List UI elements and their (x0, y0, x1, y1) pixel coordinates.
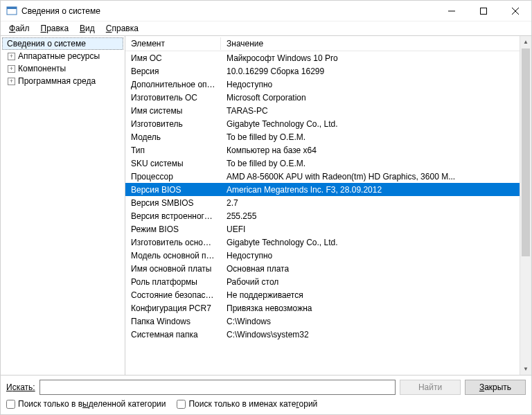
cell-key: Версия встроенного к... (125, 211, 221, 222)
table-row[interactable]: Модель основной пла...Недоступно (125, 249, 531, 262)
cell-value: Майкрософт Windows 10 Pro (221, 53, 531, 64)
titlebar: Сведения о системе (1, 1, 531, 21)
cell-value: Недоступно (221, 79, 531, 90)
cell-value: Рабочий стол (221, 276, 531, 288)
window-controls (436, 1, 531, 21)
cell-value: C:\Windows\system32 (221, 329, 531, 340)
cell-value: UEFI (221, 224, 531, 235)
cell-key: Версия SMBIOS (125, 197, 221, 209)
cell-value: Недоступно (221, 250, 531, 261)
close-search-button[interactable]: Закрыть (465, 380, 526, 395)
plus-icon[interactable]: + (8, 53, 15, 60)
table-header: Элемент Значение (125, 36, 531, 51)
plus-icon[interactable]: + (8, 78, 15, 85)
table-row[interactable]: Дополнительное опис...Недоступно (125, 78, 531, 91)
table-row[interactable]: SKU системыTo be filled by O.E.M. (125, 157, 531, 170)
close-button[interactable] (499, 1, 531, 21)
table-row[interactable]: ИзготовительGigabyte Technology Co., Ltd… (125, 117, 531, 130)
cell-value: Gigabyte Technology Co., Ltd. (221, 118, 531, 130)
table-row[interactable]: Роль платформыРабочий стол (125, 275, 531, 288)
table-row[interactable]: Версия встроенного к...255.255 (125, 209, 531, 222)
svg-rect-3 (481, 8, 487, 14)
checkbox-selected-category[interactable]: Поиск только в выделенной категории (6, 399, 166, 409)
search-input[interactable] (39, 380, 396, 395)
table-row[interactable]: МодельTo be filled by O.E.M. (125, 130, 531, 143)
cell-key: Модель основной пла... (125, 250, 221, 261)
cell-value: 2.7 (221, 197, 531, 209)
cell-key: SKU системы (125, 158, 221, 169)
cell-key: Имя системы (125, 105, 221, 116)
cell-value: To be filled by O.E.M. (221, 158, 531, 169)
scroll-up-icon[interactable]: ▲ (520, 36, 531, 48)
cell-key: Имя ОС (125, 53, 221, 64)
cell-value: Не поддерживается (221, 290, 531, 301)
table-row[interactable]: Имя ОСМайкрософт Windows 10 Pro (125, 51, 531, 64)
column-element[interactable]: Элемент (125, 37, 221, 50)
checkbox-row: Поиск только в выделенной категории Поис… (6, 399, 526, 409)
cell-key: Роль платформы (125, 276, 221, 288)
search-row: Искать: Найти Закрыть (6, 380, 526, 395)
table-row[interactable]: Конфигурация PCR7Привязка невозможна (125, 301, 531, 315)
checkbox-category-names[interactable]: Поиск только в именах категорий (177, 399, 317, 409)
minimize-button[interactable] (436, 1, 468, 21)
cell-value: TARAS-PC (221, 105, 531, 116)
vertical-scrollbar[interactable]: ▲ ▼ (520, 36, 531, 375)
tree-root[interactable]: Сведения о системе (2, 37, 123, 50)
search-label: Искать: (6, 382, 35, 392)
table-row[interactable]: ПроцессорAMD A8-5600K APU with Radeon(tm… (125, 170, 531, 183)
svg-rect-1 (7, 7, 17, 9)
table-row[interactable]: Версия SMBIOS2.7 (125, 196, 531, 209)
scroll-down-icon[interactable]: ▼ (520, 363, 531, 375)
cell-key: Изготовитель ОС (125, 92, 221, 103)
table-row[interactable]: ТипКомпьютер на базе x64 (125, 143, 531, 157)
cell-value: Основная плата (221, 263, 531, 274)
cell-key: Модель (125, 132, 221, 143)
table-row[interactable]: Системная папкаC:\Windows\system32 (125, 328, 531, 341)
main-content: Сведения о системе +Аппаратные ресурсы +… (1, 35, 531, 375)
table-row[interactable]: Режим BIOSUEFI (125, 222, 531, 236)
window-title: Сведения о системе (21, 6, 436, 16)
maximize-button[interactable] (468, 1, 499, 21)
menu-edit[interactable]: Правка (35, 22, 75, 35)
detail-table: Элемент Значение Имя ОСМайкрософт Window… (125, 36, 531, 375)
cell-key: Системная папка (125, 329, 221, 340)
scroll-thumb[interactable] (522, 48, 530, 256)
table-row[interactable]: Изготовитель ОСMicrosoft Corporation (125, 91, 531, 104)
menu-view[interactable]: Вид (74, 22, 100, 35)
table-row[interactable]: Версия BIOSAmerican Megatrends Inc. F3, … (125, 183, 531, 196)
tree-item-components[interactable]: +Компоненты (1, 62, 125, 75)
cell-key: Режим BIOS (125, 224, 221, 235)
column-value[interactable]: Значение (221, 37, 531, 50)
cell-key: Версия BIOS (125, 184, 221, 195)
cell-key: Версия (125, 66, 221, 77)
cell-value: C:\Windows (221, 316, 531, 327)
cell-value: 255.255 (221, 211, 531, 222)
plus-icon[interactable]: + (8, 65, 15, 73)
checkbox-category-names-input[interactable] (177, 400, 186, 409)
cell-key: Изготовитель основно... (125, 237, 221, 248)
table-row[interactable]: Папка WindowsC:\Windows (125, 315, 531, 328)
cell-key: Процессор (125, 171, 221, 182)
cell-value: Привязка невозможна (221, 303, 531, 314)
table-row[interactable]: Версия10.0.16299 Сборка 16299 (125, 64, 531, 78)
table-row[interactable]: Изготовитель основно...Gigabyte Technolo… (125, 236, 531, 249)
cell-key: Дополнительное опис... (125, 79, 221, 90)
table-row[interactable]: Состояние безопасно...Не поддерживается (125, 288, 531, 301)
menu-help[interactable]: Справка (100, 22, 144, 35)
detail-panel: Элемент Значение Имя ОСМайкрософт Window… (125, 36, 531, 375)
tree-item-software[interactable]: +Программная среда (1, 75, 125, 87)
checkbox-selected-category-input[interactable] (6, 400, 15, 409)
tree-item-hardware[interactable]: +Аппаратные ресурсы (1, 50, 125, 62)
cell-key: Состояние безопасно... (125, 290, 221, 301)
menu-file[interactable]: Файл (3, 22, 35, 35)
find-button[interactable]: Найти (400, 380, 461, 395)
table-row[interactable]: Имя системыTARAS-PC (125, 104, 531, 117)
cell-key: Папка Windows (125, 316, 221, 327)
cell-key: Имя основной платы (125, 263, 221, 274)
menubar: Файл Правка Вид Справка (1, 21, 531, 35)
cell-value: Компьютер на базе x64 (221, 145, 531, 156)
table-row[interactable]: Имя основной платыОсновная плата (125, 262, 531, 275)
tree-panel: Сведения о системе +Аппаратные ресурсы +… (1, 36, 125, 375)
cell-key: Тип (125, 145, 221, 156)
cell-value: 10.0.16299 Сборка 16299 (221, 66, 531, 77)
